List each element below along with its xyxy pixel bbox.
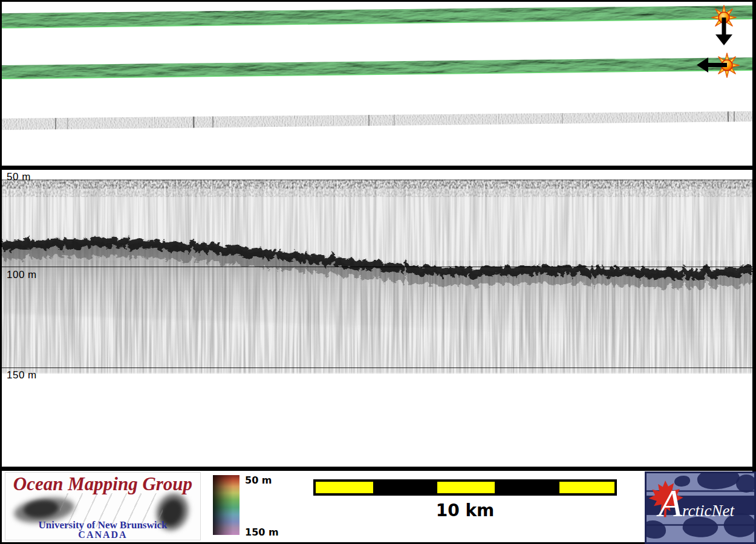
color-scale-top-label: 50 m bbox=[245, 474, 272, 486]
track-map-canvas bbox=[2, 2, 752, 166]
track-map-panel bbox=[2, 2, 752, 166]
scale-bar-segment bbox=[316, 482, 373, 493]
surface-noise-band bbox=[2, 180, 752, 189]
depth-label-50m: 50 m bbox=[7, 171, 31, 183]
swath-strip-lower bbox=[2, 57, 752, 79]
omg-title: Ocean Mapping Group bbox=[5, 473, 200, 495]
echogram-panel: 50 m 100 m 150 m bbox=[2, 170, 752, 467]
echogram-canvas bbox=[2, 170, 752, 467]
sidescan-strip bbox=[2, 108, 752, 135]
color-scale-bottom-label: 150 m bbox=[245, 526, 279, 538]
scale-bar-label: 10 km bbox=[313, 500, 617, 520]
scale-bar-segment bbox=[437, 482, 495, 493]
omg-country-line: CANADA bbox=[5, 529, 200, 540]
depth-label-100m: 100 m bbox=[7, 269, 37, 281]
scale-bar-segment bbox=[559, 482, 614, 493]
depth-label-150m: 150 m bbox=[7, 369, 37, 381]
footer-bar: Ocean Mapping Group University of New Br… bbox=[2, 471, 752, 542]
arcticnet-wordmark: ArcticNet bbox=[659, 482, 752, 533]
arcticnet-logo: ArcticNet bbox=[645, 471, 756, 544]
swath-strip-upper bbox=[2, 5, 752, 28]
depth-color-scale bbox=[213, 475, 240, 535]
ocean-mapping-group-logo: Ocean Mapping Group University of New Br… bbox=[5, 472, 201, 540]
survey-composite-view: 50 m 100 m 150 m Ocean Mapping Group Uni… bbox=[0, 0, 756, 544]
map-scale-bar bbox=[313, 479, 617, 496]
